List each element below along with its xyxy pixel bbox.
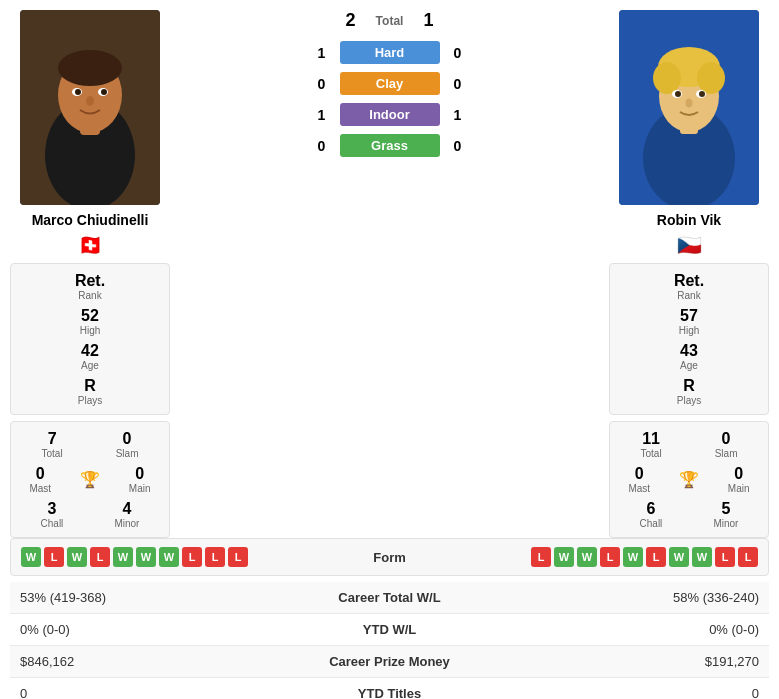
stat-right-value: 0 (541, 678, 769, 699)
stat-center-label: Career Prize Money (238, 646, 541, 678)
right-form-badge: L (646, 547, 666, 567)
left-slam: 0 Slam (116, 430, 139, 459)
right-player-name: Robin Vik (657, 211, 721, 229)
clay-right-score: 0 (448, 76, 468, 92)
left-titles-box: 7 Total 0 Slam 0 Mast 🏆 0 (10, 421, 170, 538)
stat-left-value: 0 (10, 678, 238, 699)
left-form-badge: L (44, 547, 64, 567)
hard-right-score: 0 (448, 45, 468, 61)
right-form-badge: L (531, 547, 551, 567)
top-section: Marco Chiudinelli 🇨🇭 Ret. Rank 52 High (10, 10, 769, 538)
right-titles-box: 11 Total 0 Slam 0 Mast 🏆 0 (609, 421, 769, 538)
left-stats-box: Ret. Rank 52 High 42 Age (10, 263, 170, 415)
right-form-badge: W (623, 547, 643, 567)
total-row: 2 Total 1 (346, 10, 434, 31)
total-left: 2 (346, 10, 356, 31)
right-high: 57 High (679, 307, 700, 336)
left-form-badge: L (205, 547, 225, 567)
hard-left-score: 1 (312, 45, 332, 61)
grass-right-score: 0 (448, 138, 468, 154)
left-rank: Ret. Rank (75, 272, 105, 301)
svg-point-19 (675, 91, 681, 97)
left-high: 52 High (80, 307, 101, 336)
left-chall: 3 Chall (41, 500, 64, 529)
stat-left-value: $846,162 (10, 646, 238, 678)
indoor-left-score: 1 (312, 107, 332, 123)
right-age: 43 Age (680, 342, 698, 371)
stats-row: 53% (419-368)Career Total W/L58% (336-24… (10, 582, 769, 614)
clay-badge: Clay (340, 72, 440, 95)
stat-center-label: YTD Titles (238, 678, 541, 699)
right-player-flag: 🇨🇿 (677, 233, 702, 257)
stat-left-value: 53% (419-368) (10, 582, 238, 614)
svg-point-21 (686, 99, 693, 108)
surface-hard-row: 1 Hard 0 (312, 41, 468, 64)
surface-clay-row: 0 Clay 0 (312, 72, 468, 95)
right-form-badges: LWWLWLWWLL (531, 547, 758, 567)
left-form-badges: WLWLWWWLLL (21, 547, 248, 567)
indoor-right-score: 1 (448, 107, 468, 123)
stat-right-value: $191,270 (541, 646, 769, 678)
stat-center-label: YTD W/L (238, 614, 541, 646)
right-total: 11 Total (641, 430, 662, 459)
grass-left-score: 0 (312, 138, 332, 154)
left-form-badge: L (182, 547, 202, 567)
left-form-badge: L (228, 547, 248, 567)
right-chall: 6 Chall (640, 500, 663, 529)
right-player-photo (619, 10, 759, 205)
left-player-col: Marco Chiudinelli 🇨🇭 Ret. Rank 52 High (10, 10, 170, 538)
svg-point-8 (101, 89, 107, 95)
hard-badge: Hard (340, 41, 440, 64)
total-label: Total (376, 14, 404, 28)
left-player-photo (20, 10, 160, 205)
stat-left-value: 0% (0-0) (10, 614, 238, 646)
left-form-badge: W (67, 547, 87, 567)
svg-point-16 (697, 62, 725, 94)
right-minor: 5 Minor (713, 500, 738, 529)
left-main: 0 Main (129, 465, 151, 494)
stats-row: $846,162Career Prize Money$191,270 (10, 646, 769, 678)
left-minor: 4 Minor (114, 500, 139, 529)
right-main: 0 Main (728, 465, 750, 494)
left-form-badge: W (136, 547, 156, 567)
left-total: 7 Total (42, 430, 63, 459)
right-rank: Ret. Rank (674, 272, 704, 301)
surface-indoor-row: 1 Indoor 1 (312, 103, 468, 126)
left-mast: 0 Mast (29, 465, 51, 494)
form-section: WLWLWWWLLL Form LWWLWLWWLL (10, 538, 769, 576)
right-player-col: Robin Vik 🇨🇿 Ret. Rank 57 High (609, 10, 769, 538)
grass-badge: Grass (340, 134, 440, 157)
right-form-badge: W (554, 547, 574, 567)
center-col: 2 Total 1 1 Hard 0 0 Clay 0 1 Indoor 1 0 (176, 10, 603, 161)
right-stats-box: Ret. Rank 57 High 43 Age (609, 263, 769, 415)
clay-left-score: 0 (312, 76, 332, 92)
right-form-badge: L (715, 547, 735, 567)
form-label: Form (360, 550, 420, 565)
svg-point-15 (653, 62, 681, 94)
left-age: 42 Age (81, 342, 99, 371)
stat-right-value: 58% (336-240) (541, 582, 769, 614)
right-form-badge: L (600, 547, 620, 567)
left-player-flag: 🇨🇭 (78, 233, 103, 257)
surface-grass-row: 0 Grass 0 (312, 134, 468, 157)
indoor-badge: Indoor (340, 103, 440, 126)
right-form-badge: W (692, 547, 712, 567)
stat-right-value: 0% (0-0) (541, 614, 769, 646)
right-plays: R Plays (677, 377, 701, 406)
stats-row: 0% (0-0)YTD W/L0% (0-0) (10, 614, 769, 646)
svg-point-4 (58, 50, 122, 86)
main-container: Marco Chiudinelli 🇨🇭 Ret. Rank 52 High (0, 0, 779, 699)
left-player-name: Marco Chiudinelli (32, 211, 149, 229)
total-right: 1 (423, 10, 433, 31)
right-slam: 0 Slam (715, 430, 738, 459)
left-plays: R Plays (78, 377, 102, 406)
left-form-badge: W (21, 547, 41, 567)
left-trophy-icon: 🏆 (80, 470, 100, 489)
svg-point-9 (86, 96, 94, 106)
right-form-badge: W (669, 547, 689, 567)
svg-point-7 (75, 89, 81, 95)
left-form-badge: W (159, 547, 179, 567)
right-trophy-icon: 🏆 (679, 470, 699, 489)
stats-row: 0YTD Titles0 (10, 678, 769, 699)
left-form-badge: L (90, 547, 110, 567)
